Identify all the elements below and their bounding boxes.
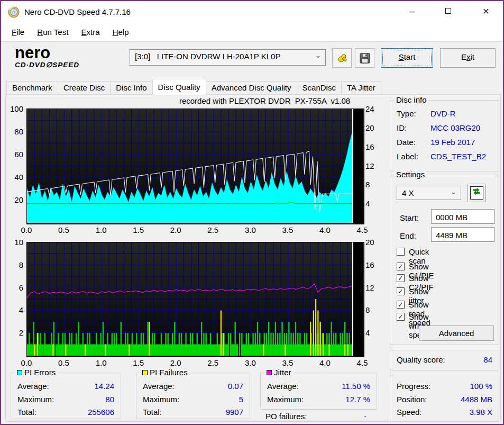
axis-tick: 80 — [6, 127, 23, 136]
axis-tick: 8 — [6, 260, 23, 269]
title-bar: Nero CD-DVD Speed 4.7.7.16 – × — [1, 1, 503, 24]
progress-group: Progress:100 % Position:4488 MB Speed:3.… — [390, 375, 499, 421]
tab-ta-jitter[interactable]: TA Jitter — [341, 81, 381, 95]
tab-page-disc-quality: recorded with PLEXTOR DVDR PX-755A v1.08… — [5, 94, 501, 422]
disc-info-title: Disc info — [394, 95, 429, 104]
axis-tick: 2.0 — [167, 358, 185, 367]
po-failures-row: PO failures: - — [265, 412, 372, 422]
end-position-label: End: — [400, 231, 416, 240]
axis-tick: 3.5 — [279, 358, 297, 367]
speed-value: 3.98 X — [470, 408, 492, 417]
quality-score-value: 84 — [483, 355, 492, 364]
options-button[interactable] — [332, 48, 352, 68]
pi-failures-legend-icon — [142, 370, 148, 375]
menu-help[interactable]: Help — [107, 24, 134, 42]
po-failures-value: - — [364, 412, 366, 421]
app-icon — [8, 6, 20, 18]
axis-tick: 20 — [365, 238, 374, 247]
settings-title: Settings — [394, 170, 427, 179]
advanced-button[interactable]: Advanced — [419, 325, 494, 341]
axis-tick: 4 — [365, 199, 370, 208]
disc-date-label: Date: — [397, 138, 416, 147]
axis-tick: 4.5 — [353, 225, 371, 234]
drive-select-value: [3:0] LITE-ON DVDRW LH-20A1P KL0P — [135, 52, 280, 61]
settings-group: Settings 4 X ⌄ Start: End: Quick scan ✓S… — [390, 175, 499, 345]
axis-tick: 1.0 — [92, 358, 110, 367]
menu-file[interactable]: File — [6, 24, 30, 42]
progress-value: 100 % — [470, 382, 492, 391]
axis-tick: 4 — [365, 328, 370, 337]
jitter-stats-group: Jitter Average:11.50 % Maximum:12.7 % — [260, 373, 377, 410]
quality-score-label: Quality score: — [397, 355, 445, 364]
jitter-average: 11.50 % — [342, 382, 370, 391]
axis-tick: 1.5 — [130, 358, 148, 367]
checkbox-box[interactable]: ✓ — [397, 301, 405, 309]
save-button[interactable] — [355, 48, 374, 68]
axis-tick: 0.5 — [55, 225, 73, 234]
checkbox-box[interactable]: ✓ — [397, 287, 405, 295]
axis-tick: 12 — [365, 283, 374, 292]
tab-strip: BenchmarkCreate DiscDisc InfoDisc Qualit… — [6, 80, 381, 95]
checkbox-box[interactable] — [397, 248, 405, 256]
axis-tick: 2 — [6, 328, 23, 337]
disc-type-label: Type: — [397, 109, 416, 118]
app-window: Nero CD-DVD Speed 4.7.7.16 – × File Run … — [0, 0, 504, 425]
checkbox-box[interactable]: ✓ — [397, 263, 405, 270]
axis-tick: 24 — [365, 104, 374, 113]
menu-run-test[interactable]: Run Test — [32, 24, 74, 42]
menu-bar: File Run Test Extra Help — [1, 24, 503, 42]
menu-extra[interactable]: Extra — [76, 24, 105, 42]
nero-logo-line2: CD·DVD∅SPEED — [15, 61, 79, 69]
tab-scandisc[interactable]: ScanDisc — [297, 81, 342, 95]
progress-label: Progress: — [397, 382, 430, 391]
tab-benchmark[interactable]: Benchmark — [6, 81, 58, 95]
tab-disc-info[interactable]: Disc Info — [110, 81, 152, 95]
checkbox-box[interactable]: ✓ — [397, 313, 405, 321]
pi-failures-average: 0.07 — [228, 382, 243, 391]
axis-tick: 12 — [365, 161, 374, 170]
tab-advanced-disc-quality[interactable]: Advanced Disc Quality — [206, 81, 297, 95]
jitter-stats-title: Jitter — [264, 368, 294, 377]
start-position-label: Start: — [400, 213, 419, 222]
chevron-down-icon: ⌄ — [451, 188, 456, 196]
pi-errors-stats-group: PI Errors Average:14.24 Maximum:80 Total… — [11, 373, 121, 419]
disc-date-value: 19 Feb 2017 — [430, 138, 475, 147]
chart-canvas — [27, 109, 363, 223]
axis-tick: 4.0 — [316, 358, 334, 367]
axis-tick: 1.5 — [130, 225, 148, 234]
checkbox-box[interactable]: ✓ — [397, 274, 405, 282]
axis-tick: 2.5 — [204, 358, 222, 367]
position-value: 4488 MB — [461, 395, 492, 404]
tab-create-disc[interactable]: Create Disc — [58, 81, 111, 95]
maximize-button[interactable] — [436, 1, 460, 21]
nero-logo-line1: nero — [15, 44, 79, 61]
axis-tick: 20 — [365, 123, 374, 132]
jitter-maximum: 12.7 % — [345, 395, 370, 404]
axis-tick: 8 — [365, 305, 370, 314]
minimize-button[interactable]: – — [400, 1, 424, 21]
start-position-input[interactable] — [431, 209, 494, 224]
pi-failures-total: 9907 — [226, 408, 243, 417]
axis-tick: 16 — [365, 260, 374, 269]
speed-select[interactable]: 4 X ⌄ — [397, 186, 461, 200]
refresh-button[interactable] — [468, 184, 486, 202]
axis-tick: 100 — [6, 104, 23, 113]
disc-label-label: Label: — [397, 152, 418, 161]
disc-type-value: DVD-R — [430, 109, 456, 118]
axis-tick: 16 — [365, 142, 374, 151]
close-button[interactable]: × — [474, 1, 498, 21]
chevron-down-icon: ⌄ — [315, 51, 321, 59]
axis-tick: 3.0 — [241, 225, 259, 234]
axis-tick: 4 — [6, 305, 23, 314]
speed-select-value: 4 X — [402, 188, 414, 197]
axis-tick: 20 — [6, 195, 23, 204]
refresh-icon — [470, 186, 483, 200]
end-position-input[interactable] — [431, 227, 494, 242]
tab-disc-quality[interactable]: Disc Quality — [152, 79, 206, 95]
axis-tick: 40 — [6, 173, 23, 182]
exit-button[interactable]: Exit — [440, 48, 496, 68]
drive-select[interactable]: [3:0] LITE-ON DVDRW LH-20A1P KL0P ⌄ — [130, 49, 326, 66]
pi-errors-stats-title: PI Errors — [15, 368, 58, 377]
position-label: Position: — [397, 395, 427, 404]
start-button[interactable]: Start — [381, 48, 433, 68]
